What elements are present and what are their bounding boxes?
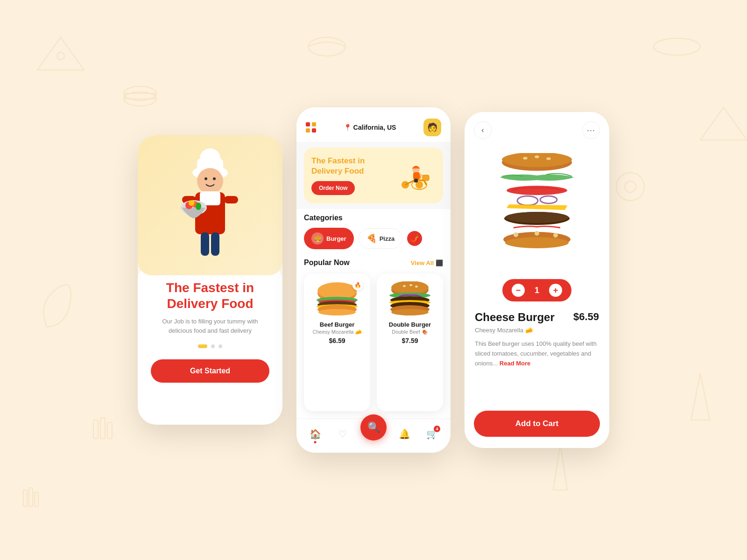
svg-point-3 — [124, 92, 156, 106]
svg-point-48 — [391, 281, 429, 294]
more-options-button[interactable]: ··· — [582, 121, 600, 139]
nav-search-button[interactable]: 🔍 — [360, 414, 387, 441]
quantity-control-row: − 1 + — [465, 279, 609, 301]
product-name: Cheese Burger — [475, 311, 555, 324]
popular-title: Popular Now — [304, 259, 350, 267]
banner-title: The Fastest in Delivery Food — [311, 156, 394, 176]
read-more-link[interactable]: Read More — [500, 360, 530, 367]
get-started-button[interactable]: Get Started — [151, 359, 269, 383]
svg-point-69 — [505, 237, 569, 248]
svg-rect-36 — [413, 172, 420, 180]
quantity-decrease-button[interactable]: − — [512, 284, 525, 297]
location-display[interactable]: 📍 California, US — [344, 124, 396, 131]
svg-point-4 — [654, 38, 700, 55]
svg-rect-2 — [125, 93, 155, 99]
svg-point-0 — [57, 52, 64, 60]
pagination-dots — [198, 344, 222, 348]
svg-point-70 — [514, 232, 518, 237]
product-price: $6.59 — [573, 311, 599, 323]
svg-point-64 — [517, 196, 538, 205]
double-burger-price: $7.59 — [402, 337, 418, 344]
svg-rect-30 — [201, 232, 209, 256]
categories-section: Categories 🍔 Burger 🍕 Pizza 🌶️ — [296, 209, 451, 252]
quantity-increase-button[interactable]: + — [549, 284, 562, 297]
add-to-cart-button[interactable]: Add to Cart — [474, 411, 600, 437]
food-card-list: 🔥 Beef Burger Cheesy Mozarella 🧀 $6.59 — [296, 272, 451, 419]
quantity-control: − 1 + — [502, 279, 571, 301]
svg-point-65 — [540, 196, 557, 203]
svg-rect-12 — [23, 490, 27, 506]
food-card-beef-burger[interactable]: 🔥 Beef Burger Cheesy Mozarella 🧀 $6.59 — [304, 273, 370, 411]
exploded-burger-svg — [476, 153, 598, 265]
svg-point-62 — [546, 157, 551, 160]
food-card-double-burger[interactable]: Double Burger Double Beef 🍖 $7.59 — [377, 273, 443, 411]
home-inner: 📍 California, US 🧑 The Fastest in Delive… — [296, 107, 451, 453]
view-all-link[interactable]: View All ⬛ — [411, 259, 443, 266]
svg-point-40 — [317, 282, 357, 299]
nav-favorites[interactable]: ♡ — [333, 425, 352, 443]
logo-dot-1 — [306, 122, 310, 126]
fire-badge: 🔥 — [352, 280, 363, 290]
burger-cat-icon: 🍔 — [311, 232, 324, 245]
category-burger[interactable]: 🍔 Burger — [304, 228, 354, 249]
svg-point-46 — [318, 309, 356, 315]
nav-notifications[interactable]: 🔔 — [395, 425, 414, 443]
product-info: Cheese Burger $6.59 Cheesy Mozarella 🧀 T… — [465, 306, 609, 404]
burger-cat-label: Burger — [326, 235, 346, 242]
svg-point-60 — [523, 157, 528, 160]
arrow-icon: ⬛ — [436, 259, 443, 266]
svg-rect-37 — [414, 179, 418, 182]
double-burger-svg — [387, 281, 433, 316]
beef-burger-name: Beef Burger — [320, 321, 354, 328]
user-avatar[interactable]: 🧑 — [423, 119, 441, 136]
location-text: California, US — [353, 124, 396, 131]
svg-point-63 — [507, 186, 567, 195]
svg-rect-6 — [100, 418, 105, 439]
pizza-cat-icon: 🍕 — [366, 233, 377, 244]
product-name-row: Cheese Burger $6.59 — [475, 311, 599, 324]
svg-point-19 — [204, 177, 207, 180]
onboarding-content: The Fastest in Delivery Food Our Job is … — [138, 266, 282, 425]
beef-burger-sub: Cheesy Mozarella 🧀 — [312, 329, 361, 335]
beef-burger-price: $6.59 — [329, 337, 345, 344]
product-top-bar: ‹ ··· — [465, 112, 609, 144]
category-spicy[interactable]: 🌶️ — [407, 231, 422, 246]
product-description: This Beef burger uses 100% quality beef … — [475, 339, 599, 368]
svg-point-20 — [213, 177, 216, 180]
dot-1 — [198, 344, 207, 348]
onboarding-subtitle: Our Job is to filling your tummy with de… — [151, 317, 269, 335]
svg-point-51 — [415, 286, 418, 287]
svg-rect-5 — [93, 420, 98, 439]
svg-point-67 — [505, 212, 569, 223]
logo-dot-2 — [312, 122, 316, 126]
order-now-button[interactable]: Order Now — [311, 181, 355, 195]
svg-rect-24 — [224, 196, 238, 203]
double-burger-image — [384, 280, 436, 317]
svg-point-72 — [553, 233, 558, 238]
logo-dot-4 — [312, 128, 316, 133]
double-burger-name: Double Burger — [389, 321, 431, 328]
category-pizza[interactable]: 🍕 Pizza — [359, 228, 403, 249]
nav-home[interactable]: 🏠 — [306, 425, 324, 443]
double-burger-sub: Double Beef 🍖 — [392, 329, 428, 335]
svg-rect-13 — [29, 488, 33, 506]
location-pin-icon: 📍 — [344, 124, 352, 131]
nav-cart[interactable]: 🛒 4 — [423, 425, 441, 443]
back-button[interactable]: ‹ — [474, 121, 492, 139]
svg-point-29 — [189, 200, 194, 206]
rider-illustration — [394, 157, 436, 194]
svg-point-8 — [616, 173, 644, 201]
svg-point-9 — [625, 181, 636, 192]
onboarding-headline: The Fastest in Delivery Food — [166, 280, 254, 311]
app-logo — [306, 122, 316, 133]
categories-title: Categories — [304, 214, 443, 222]
banner-text: The Fastest in Delivery Food Order Now — [311, 156, 394, 195]
svg-point-18 — [197, 168, 223, 194]
svg-point-61 — [535, 155, 539, 158]
dot-2 — [211, 344, 215, 348]
rider-svg — [394, 159, 436, 192]
svg-point-71 — [535, 231, 539, 236]
cart-badge: 4 — [434, 426, 440, 432]
svg-point-10 — [308, 37, 345, 56]
pizza-cat-label: Pizza — [380, 235, 395, 242]
